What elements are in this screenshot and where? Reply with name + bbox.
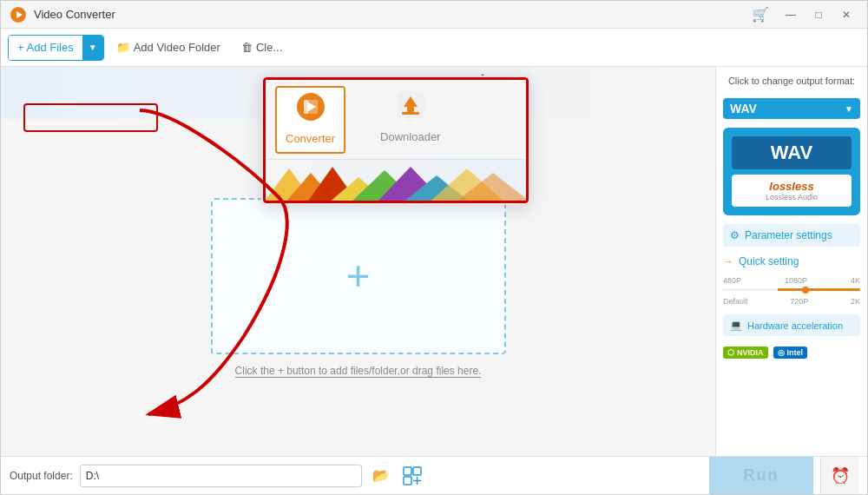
popup-header: Converter Downloader xyxy=(263,77,529,160)
clock-icon: ⏰ xyxy=(831,466,850,485)
bottom-bar: Output folder: 📂 Run ⏰ xyxy=(1,456,867,494)
settings-icon: ⚙ xyxy=(730,229,740,241)
nvidia-label: NVIDIA xyxy=(737,348,764,357)
nvidia-badge: ⬡ NVIDIA xyxy=(723,346,768,359)
svg-rect-13 xyxy=(304,100,308,114)
svg-rect-16 xyxy=(407,107,414,112)
popup-card: Converter Downloader xyxy=(261,76,530,205)
open-folder-icon: 📂 xyxy=(372,467,390,484)
add-files-dropdown-arrow[interactable]: ▼ xyxy=(82,36,103,60)
downloader-tab[interactable]: Downloader xyxy=(372,86,449,154)
lossless-subtext: Lossless Audio xyxy=(740,193,843,201)
parameter-settings-button[interactable]: ⚙ Parameter settings xyxy=(723,224,860,247)
downloader-label: Downloader xyxy=(380,130,440,143)
intel-badge: ◎ Intel xyxy=(773,346,808,359)
maximize-button[interactable]: □ xyxy=(806,5,831,24)
output-format-label: Click to change output format: xyxy=(723,76,860,86)
toolbar: + Add Files ▼ 📁 Add Video Folder 🗑 Cle..… xyxy=(1,29,867,67)
hardware-acceleration-button[interactable]: 💻 Hardware acceleration xyxy=(723,314,860,336)
right-panel: Click to change output format: WAV ▼ WAV… xyxy=(715,67,867,456)
arrow-right-icon: → xyxy=(723,255,733,267)
add-files-label: + Add Files xyxy=(9,36,82,60)
hw-accel-label: Hardware acceleration xyxy=(747,320,843,331)
downloader-icon xyxy=(395,89,426,127)
slider-handle[interactable] xyxy=(802,287,809,294)
intel-ring-icon: ◎ xyxy=(778,348,785,357)
nvidia-icon: ⬡ xyxy=(727,348,734,357)
format-preview: WAV lossless Lossless Audio xyxy=(723,128,860,215)
intel-label: Intel xyxy=(787,348,804,357)
slider-track-container xyxy=(723,288,860,295)
converter-label: Converter xyxy=(286,132,335,145)
add-files-button[interactable]: + Add Files ▼ xyxy=(8,35,104,61)
left-panel: + Click the + button to add files/folder… xyxy=(1,67,715,456)
slider-top-labels: 480P 1080P 4K xyxy=(723,276,860,285)
wav-text: WAV xyxy=(742,142,841,164)
popup-overlay: Converter Downloader xyxy=(1,67,715,456)
lossless-text: lossless xyxy=(740,180,843,193)
add-video-folder-button[interactable]: 📁 Add Video Folder xyxy=(108,35,229,61)
quality-slider[interactable]: 480P 1080P 4K Default 720P 2K xyxy=(723,276,860,306)
title-bar-icons: 🛒 xyxy=(753,7,768,23)
param-settings-label: Parameter settings xyxy=(745,229,832,241)
clear-button[interactable]: 🗑 Cle... xyxy=(233,35,291,61)
slider-track xyxy=(723,288,860,291)
close-button[interactable]: ✕ xyxy=(834,5,858,24)
merge-button[interactable] xyxy=(400,465,424,487)
browse-folder-button[interactable]: 📂 xyxy=(369,465,393,487)
shop-icon[interactable]: 🛒 xyxy=(753,7,768,23)
popup-decoration xyxy=(263,160,529,203)
format-dropdown[interactable]: WAV ▼ xyxy=(723,98,860,119)
title-bar: Video Converter 🛒 — □ ✕ xyxy=(1,1,867,29)
folder-icon: 📁 xyxy=(116,41,130,54)
schedule-button[interactable]: ⏰ xyxy=(820,457,858,494)
dropdown-arrow-icon: ▼ xyxy=(845,104,853,114)
gpu-logos: ⬡ NVIDIA ◎ Intel xyxy=(723,345,860,360)
converter-tab[interactable]: Converter xyxy=(275,86,345,154)
slider-bottom-labels: Default 720P 2K xyxy=(723,297,860,306)
app-window: Video Converter 🛒 — □ ✕ + Add Files ▼ 📁 … xyxy=(0,0,868,495)
minimize-button[interactable]: — xyxy=(779,5,803,24)
output-folder-input[interactable] xyxy=(80,465,363,487)
output-folder-label: Output folder: xyxy=(10,470,73,482)
wav-badge: WAV xyxy=(732,136,852,169)
trash-icon: 🗑 xyxy=(241,41,253,54)
svg-rect-29 xyxy=(413,467,421,475)
add-files-highlight-box xyxy=(23,103,158,132)
format-value: WAV xyxy=(730,102,757,116)
svg-rect-28 xyxy=(404,467,411,475)
svg-rect-30 xyxy=(404,477,411,485)
merge-icon xyxy=(403,466,422,485)
svg-rect-17 xyxy=(402,112,419,115)
add-folder-label: Add Video Folder xyxy=(134,41,220,54)
app-title: Video Converter xyxy=(34,8,753,21)
quick-setting-label: → Quick setting xyxy=(723,255,860,267)
converter-icon xyxy=(295,91,326,129)
window-controls: — □ ✕ xyxy=(779,5,858,24)
run-button[interactable]: Run xyxy=(709,457,813,494)
lossless-badge: lossless Lossless Audio xyxy=(732,175,852,207)
app-logo xyxy=(10,6,27,23)
main-content: + Click the + button to add files/folder… xyxy=(1,67,867,456)
clear-label: Cle... xyxy=(256,41,282,54)
hw-icon: 💻 xyxy=(730,320,742,331)
